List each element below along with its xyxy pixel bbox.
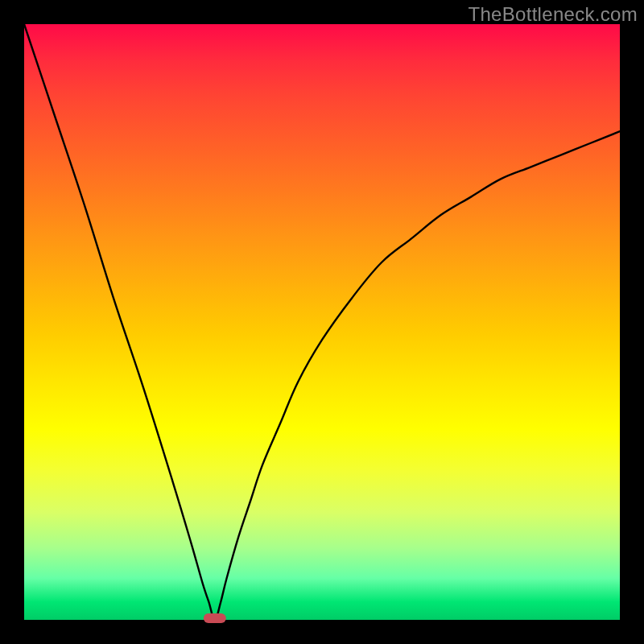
bottleneck-curve <box>24 24 620 620</box>
curve-overlay <box>24 24 620 620</box>
watermark-text: TheBottleneck.com <box>468 3 638 26</box>
chart-frame: TheBottleneck.com <box>0 0 644 644</box>
plot-area <box>24 24 620 620</box>
minimum-marker <box>204 613 226 623</box>
